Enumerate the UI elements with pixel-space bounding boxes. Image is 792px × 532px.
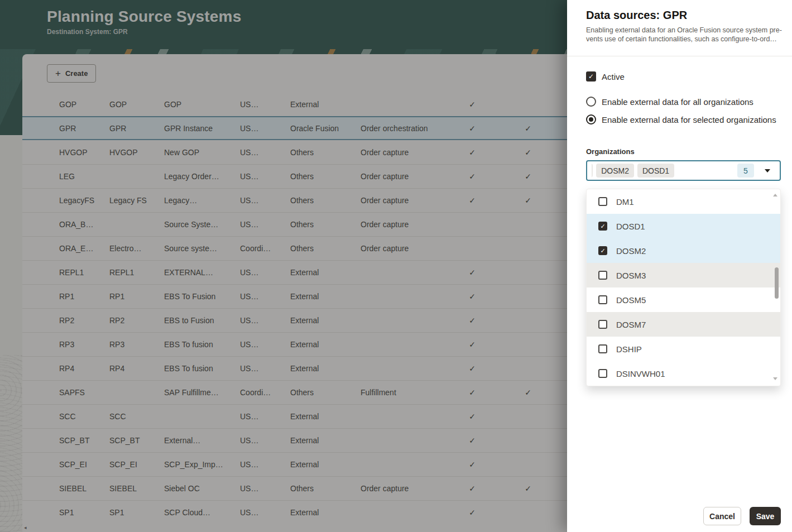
overflow-count-badge: 5 (737, 164, 754, 178)
checkbox-unchecked[interactable] (598, 369, 607, 378)
panel-description: Enabling external data for an Oracle Fus… (586, 26, 785, 44)
checkbox-unchecked[interactable] (598, 271, 607, 280)
panel-divider (567, 56, 792, 56)
organization-tags: CDOSM2DOSD1 (592, 164, 736, 178)
dropdown-option[interactable]: DOSM5 (587, 287, 780, 312)
active-label: Active (602, 72, 625, 82)
dropdown-option-label: DOSM2 (616, 246, 646, 256)
checkbox-unchecked[interactable] (598, 320, 607, 329)
panel-title: Data sources: GPR (586, 9, 687, 22)
scroll-down-arrow-icon[interactable] (773, 377, 777, 380)
dropdown-option-label: DOSM5 (616, 295, 646, 305)
cancel-button[interactable]: Cancel (703, 507, 741, 525)
dropdown-scrollbar-thumb[interactable] (775, 267, 779, 299)
checkbox-unchecked[interactable] (598, 344, 607, 353)
checkbox-checked[interactable]: ✓ (598, 246, 607, 255)
checkbox-unchecked[interactable] (598, 295, 607, 304)
radio-selected-organizations-row: Enable external data for selected organi… (586, 114, 776, 124)
organizations-option-list: DM1✓DOSD1✓DOSM2DOSM3DOSM5DOSM7DSHIPDSINV… (587, 189, 780, 386)
modal-scrim[interactable] (0, 0, 567, 532)
checkbox-checked[interactable]: ✓ (598, 222, 607, 231)
radio-all-organizations-row: Enable external data for all organizatio… (586, 97, 753, 107)
checkbox-unchecked[interactable] (598, 197, 607, 206)
save-button[interactable]: Save (750, 507, 781, 525)
dropdown-option[interactable]: ✓DOSM2 (587, 238, 780, 263)
organizations-label: Organizations (586, 147, 635, 156)
panel-description-line1: Enabling external data for an Oracle Fus… (586, 26, 782, 34)
chevron-down-icon[interactable] (765, 169, 770, 172)
dropdown-option[interactable]: DSHIP (587, 337, 780, 361)
dropdown-option-label: DOSM7 (616, 320, 646, 329)
dropdown-option-label: DSINVWH01 (616, 369, 665, 378)
radio-all-organizations-label: Enable external data for all organizatio… (602, 97, 753, 107)
dropdown-option[interactable]: DOSM7 (587, 312, 780, 337)
dropdown-option-label: DOSD1 (616, 222, 645, 231)
data-sources-panel: Data sources: GPR Enabling external data… (567, 0, 792, 532)
active-checkbox[interactable]: ✓ (586, 71, 596, 82)
dropdown-option[interactable]: DSINVWH01 (587, 361, 780, 386)
scroll-up-arrow-icon[interactable] (773, 194, 777, 196)
dropdown-option-label: DM1 (616, 197, 634, 207)
org-tag[interactable]: DOSM2 (596, 164, 634, 178)
org-tag[interactable]: DOSD1 (637, 164, 674, 178)
active-checkbox-row: ✓ Active (586, 71, 625, 82)
panel-description-line2: vents use of certain functionalities, su… (586, 35, 777, 43)
org-tag-truncated[interactable]: C (592, 164, 593, 178)
dropdown-option[interactable]: DM1 (587, 189, 780, 214)
organizations-dropdown: DM1✓DOSD1✓DOSM2DOSM3DOSM5DOSM7DSHIPDSINV… (586, 189, 781, 386)
radio-all-organizations[interactable] (586, 97, 596, 107)
dropdown-option-label: DSHIP (616, 344, 642, 354)
radio-selected-organizations[interactable] (586, 114, 596, 124)
dropdown-option[interactable]: ✓DOSD1 (587, 214, 780, 238)
organizations-multiselect[interactable]: CDOSM2DOSD1 5 (586, 160, 781, 181)
dropdown-option[interactable]: DOSM3 (587, 263, 780, 287)
dropdown-option-label: DOSM3 (616, 271, 646, 280)
app-window: Planning Source Systems Destination Syst… (0, 0, 792, 532)
radio-selected-organizations-label: Enable external data for selected organi… (602, 115, 776, 124)
